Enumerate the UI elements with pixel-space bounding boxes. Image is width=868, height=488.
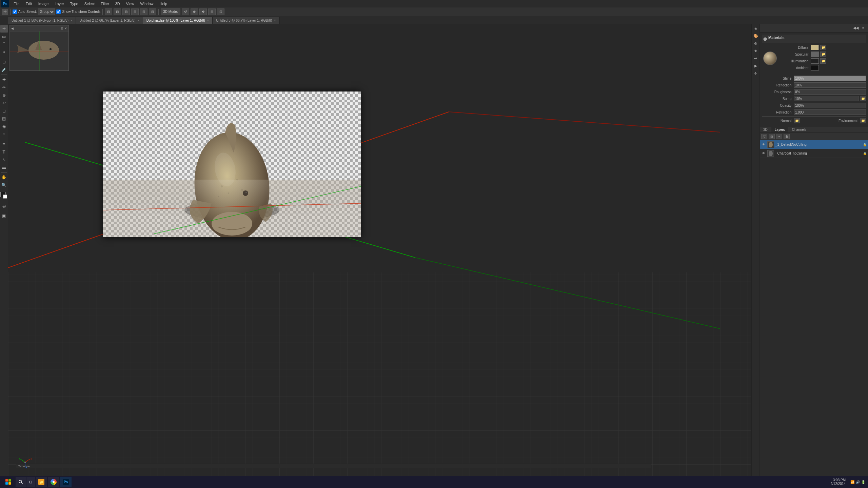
screen-mode-tool[interactable]: ▣ [0, 212, 8, 220]
layer-eye-0[interactable]: 👁 [761, 143, 766, 146]
menu-layer[interactable]: Layer [52, 1, 67, 6]
photoshop-btn[interactable]: Ps [60, 477, 72, 487]
blur-tool[interactable]: ◉ [0, 123, 8, 130]
layers-add-icon[interactable]: + [776, 134, 782, 139]
background-color[interactable] [3, 195, 7, 199]
3d-pan-icon[interactable]: ✥ [199, 8, 207, 15]
menu-edit[interactable]: Edit [23, 1, 35, 6]
spot-healing-tool[interactable]: ✚ [0, 76, 8, 83]
auto-select-checkbox[interactable] [13, 9, 17, 14]
menu-select[interactable]: Select [82, 1, 98, 6]
align-top-icon[interactable]: ⊟ [131, 8, 139, 15]
properties-icon[interactable]: ◈ [752, 25, 759, 32]
specular-swatch[interactable] [811, 52, 819, 57]
color-icon[interactable]: 🎨 [752, 33, 759, 39]
move-tool-icon[interactable]: ✛ [2, 9, 8, 15]
specular-folder-btn[interactable]: 📁 [820, 52, 826, 57]
illumination-folder-btn[interactable]: 📁 [820, 58, 826, 64]
align-middle-icon[interactable]: ⊟ [140, 8, 147, 15]
layers-filter-icon[interactable]: ▽ [761, 134, 767, 139]
tab-3d[interactable]: 3D [760, 127, 771, 133]
align-center-icon[interactable]: ⊟ [114, 8, 121, 15]
tab-untitled2-close[interactable]: × [138, 19, 139, 22]
menu-3d[interactable]: 3D [113, 1, 123, 6]
normal-folder-btn[interactable]: 📁 [794, 118, 800, 123]
eyedropper-tool[interactable]: 💉 [0, 66, 8, 74]
clone-stamp-tool[interactable]: ⊕ [0, 92, 8, 99]
gradient-tool[interactable]: ▤ [0, 115, 8, 122]
history-brush-tool[interactable]: ↩ [0, 99, 8, 107]
auto-select-dropdown[interactable]: Group Layer [38, 8, 55, 15]
marquee-tool[interactable]: ▭ [0, 33, 8, 40]
start-button[interactable] [1, 476, 15, 488]
menu-file[interactable]: File [11, 1, 22, 6]
shape-tool[interactable]: ▬ [0, 164, 8, 171]
layers-kind-icon[interactable]: ⊟ [769, 134, 775, 139]
volume-icon[interactable]: 🔊 [856, 480, 860, 484]
align-bottom-icon[interactable]: ⊟ [149, 8, 156, 15]
3d-scale-icon[interactable]: ⊡ [217, 8, 224, 15]
zoom-tool[interactable]: 🔍 [0, 181, 8, 189]
adjustments-icon[interactable]: ⊙ [752, 40, 759, 47]
eraser-tool[interactable]: ◻ [0, 107, 8, 115]
history-icon[interactable]: ↩ [752, 55, 759, 62]
tab-untitled2[interactable]: Untitled-2 @ 66.7% (Layer 1, RGB/8) × [76, 17, 143, 24]
opacity-slider[interactable]: 100% [794, 103, 866, 108]
layer-item-0[interactable]: 👁 _1_DefaultNoCulling 🔒 [760, 140, 868, 149]
transform-controls-checkbox[interactable] [56, 9, 61, 14]
magic-wand-tool[interactable]: ✦ [0, 48, 8, 56]
brush-tool[interactable]: ✏ [0, 84, 8, 91]
tab-untitled1-close[interactable]: × [71, 19, 72, 22]
diffuse-swatch[interactable] [811, 45, 819, 50]
text-tool[interactable]: T [0, 148, 8, 156]
diffuse-folder-btn[interactable]: 📁 [820, 45, 826, 50]
roughness-slider[interactable]: 0% [794, 89, 866, 95]
foreground-color[interactable] [0, 192, 6, 197]
menu-type[interactable]: Type [67, 1, 81, 6]
network-icon[interactable]: 📶 [850, 480, 854, 484]
lasso-tool[interactable]: ⌒ [0, 41, 8, 48]
pen-tool[interactable]: ✒ [0, 140, 8, 148]
reflection-slider[interactable]: 10% [794, 82, 866, 88]
collapse-icon[interactable]: ◀◀ [852, 25, 859, 32]
3d-slide-icon[interactable]: ⊞ [208, 8, 216, 15]
3d-roll-icon[interactable]: ⊕ [191, 8, 198, 15]
bump-slider[interactable]: 10% [794, 96, 859, 101]
actions-icon[interactable]: ▶ [752, 62, 759, 69]
move-tool[interactable]: ✛ [0, 25, 8, 33]
shine-slider[interactable]: 100% [794, 76, 866, 81]
tab-untitled1[interactable]: Untitled-1 @ 50% (Polygon 1, RGB/8) × [8, 17, 76, 24]
path-selection-tool[interactable]: ↖ [0, 156, 8, 163]
styles-icon[interactable]: ★ [752, 47, 759, 54]
3d-orbit-icon[interactable]: ↺ [182, 8, 189, 15]
menu-view[interactable]: View [123, 1, 137, 6]
align-right-icon[interactable]: ⊟ [122, 8, 130, 15]
task-view-btn[interactable]: ⊟ [26, 477, 35, 487]
ambient-swatch[interactable] [811, 65, 819, 70]
tab-untitled3[interactable]: Untitled-3 @ 66.7% (Layer 1, RGB/8) × [213, 17, 280, 24]
tab-channels[interactable]: Channels [789, 127, 810, 133]
battery-icon[interactable]: 🔋 [861, 480, 865, 484]
tab-dolphin[interactable]: Dolphin.dae @ 100% (Layer 1, RGB/8) × [143, 17, 213, 24]
menu-filter[interactable]: Filter [98, 1, 112, 6]
menu-window[interactable]: Window [137, 1, 156, 6]
foreground-background-colors[interactable] [0, 192, 8, 199]
viewport-3d[interactable]: ◀ ⊟ ✕ [8, 24, 760, 476]
environment-folder-btn[interactable]: 📁 [860, 118, 866, 123]
hand-tool[interactable]: ✋ [0, 174, 8, 181]
layers-delete-icon[interactable]: 🗑 [784, 134, 790, 139]
tab-layers[interactable]: Layers [771, 127, 789, 133]
dodge-tool[interactable]: ○ [0, 130, 8, 138]
crop-tool[interactable]: ⊡ [0, 58, 8, 66]
menu-help[interactable]: Help [157, 1, 170, 6]
explorer-btn[interactable]: 📁 [36, 477, 47, 487]
panel-menu-icon[interactable]: ≡ [860, 25, 867, 32]
quick-mask-tool[interactable]: ◎ [0, 202, 8, 210]
tab-dolphin-close[interactable]: × [207, 19, 209, 22]
align-left-icon[interactable]: ⊟ [105, 8, 112, 15]
menu-image[interactable]: Image [36, 1, 52, 6]
search-btn[interactable] [16, 477, 26, 487]
layer-eye-1[interactable]: 👁 [761, 151, 766, 155]
layer-item-1[interactable]: 👁 _Charcoal_noCulling 🔒 [760, 149, 868, 158]
illumination-swatch[interactable] [811, 58, 819, 64]
